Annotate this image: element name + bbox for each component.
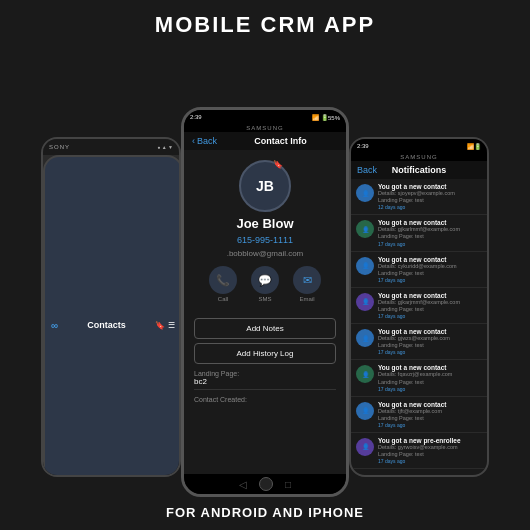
list-item[interactable]: 👤 You got a new contact Details: gjkarlm…: [351, 215, 487, 251]
notif-detail: Details: cykuridd@example.comLanding Pag…: [378, 263, 482, 277]
right-status-icons: 📶🔋: [467, 143, 481, 150]
bookmark-header-icon[interactable]: 🔖: [155, 321, 165, 330]
notif-title: You got a new contact: [378, 256, 482, 263]
contact-initials: JB: [256, 178, 274, 194]
app-title: MOBILE CRM APP: [155, 12, 375, 37]
notif-detail: Details: gyrwoisv@example.comLanding Pag…: [378, 444, 482, 458]
notif-avatar: 👤: [356, 365, 374, 383]
status-time: 2:39: [190, 114, 202, 120]
notif-content: You got a new contact Details: tjft@exam…: [378, 401, 482, 428]
field-section: Landing Page: bc2 Contact Created:: [184, 370, 346, 403]
landing-page-value: bc2: [194, 377, 336, 390]
notif-detail: Details: gjkarjmmf@example.comLanding Pa…: [378, 299, 482, 313]
menu-header-icon[interactable]: ☰: [168, 321, 175, 330]
notif-content: You got a new contact Details: sjoyepv@e…: [378, 183, 482, 210]
notif-avatar: 👤: [356, 257, 374, 275]
list-item[interactable]: 👤 You got a new contact Details: sjoyepv…: [351, 179, 487, 215]
notif-avatar: 👤: [356, 293, 374, 311]
sony-logo: SONY: [49, 144, 70, 150]
email-button[interactable]: ✉ Email: [293, 266, 321, 302]
notif-detail: Details: gjkarlmmf@example.comLanding Pa…: [378, 226, 482, 240]
notif-detail: Details: tjft@example.comLanding Page: t…: [378, 408, 482, 422]
list-item[interactable]: 👤 You got a new contact Details: cykurid…: [351, 252, 487, 288]
email-icon: ✉: [293, 266, 321, 294]
center-samsung-brand: SAMSUNG: [184, 124, 346, 132]
add-history-button[interactable]: Add History Log: [194, 343, 336, 364]
left-app-title: Contacts: [87, 320, 126, 330]
center-actions: Add Notes Add History Log: [184, 318, 346, 364]
call-icon: 📞: [209, 266, 237, 294]
list-item[interactable]: 👤 You got a new contact Details: gjkarjm…: [351, 288, 487, 324]
call-button[interactable]: 📞 Call: [209, 266, 237, 302]
notif-time: 17 days ago: [378, 422, 482, 428]
notif-content: You got a new contact Details: gjkarlmmf…: [378, 219, 482, 246]
phone-center: 2:39 📶 🔋55% SAMSUNG ‹ Back Contact Info …: [181, 107, 349, 497]
sms-icon: 💬: [251, 266, 279, 294]
notification-list: 👤 You got a new contact Details: sjoyepv…: [351, 179, 487, 469]
contact-email: .bobblow@gmail.com: [227, 249, 304, 258]
center-status-bar: 2:39 📶 🔋55%: [184, 110, 346, 124]
notif-title: You got a new contact: [378, 328, 482, 335]
right-samsung-brand: SAMSUNG: [351, 153, 487, 161]
notif-avatar: 👤: [356, 184, 374, 202]
right-nav-title: Notifications: [377, 165, 461, 175]
notif-avatar: 👤: [356, 402, 374, 420]
center-home-bar: ◁ □: [184, 474, 346, 494]
list-item[interactable]: 👤 You got a new contact Details: tjft@ex…: [351, 397, 487, 433]
action-buttons: 📞 Call 💬 SMS ✉ Email: [209, 266, 321, 302]
left-status-icons: ● ▲ ▼: [157, 144, 173, 150]
notif-detail: Details: gjwzs@example.comLanding Page: …: [378, 335, 482, 349]
right-back-button[interactable]: Back: [357, 165, 377, 175]
right-status-time: 2:39: [357, 143, 369, 149]
notif-title: You got a new pre-enrollee: [378, 437, 482, 444]
contact-big-avatar: JB 🔖: [239, 160, 291, 212]
notif-avatar: 👤: [356, 329, 374, 347]
sms-label: SMS: [258, 296, 271, 302]
left-header-icons: 🔖 ☰: [155, 321, 175, 330]
contact-phone: 615-995-1111: [237, 235, 293, 245]
bookmark-icon: 🔖: [273, 160, 283, 169]
phones-container: SONY ● ▲ ▼ ∞ Contacts 🔖 ☰ search contact…: [0, 46, 530, 497]
list-item[interactable]: 👤 You got a new contact Details: fqavzrj…: [351, 360, 487, 396]
notif-content: You got a new contact Details: gjkarjmmf…: [378, 292, 482, 319]
left-top-bar: SONY ● ▲ ▼: [43, 139, 179, 155]
notif-content: You got a new pre-enrollee Details: gyrw…: [378, 437, 482, 464]
footer-label: FOR ANDROID AND IPHONE: [166, 505, 364, 520]
notif-title: You got a new contact: [378, 364, 482, 371]
notif-time: 17 days ago: [378, 386, 482, 392]
phone-left: SONY ● ▲ ▼ ∞ Contacts 🔖 ☰ search contact…: [41, 137, 181, 477]
notif-detail: Details: sjoyepv@example.comLanding Page…: [378, 190, 482, 204]
add-notes-button[interactable]: Add Notes: [194, 318, 336, 339]
center-nav-bar: ‹ Back Contact Info: [184, 132, 346, 150]
right-nav-bar: Back Notifications: [351, 161, 487, 179]
notif-time: 17 days ago: [378, 241, 482, 247]
left-app-header: ∞ Contacts 🔖 ☰: [43, 155, 181, 477]
notif-time: 17 days ago: [378, 349, 482, 355]
notif-time: 12 days ago: [378, 204, 482, 210]
notif-title: You got a new contact: [378, 183, 482, 190]
sms-button[interactable]: 💬 SMS: [251, 266, 279, 302]
app-header: MOBILE CRM APP: [0, 0, 530, 46]
right-status-bar: 2:39 📶🔋: [351, 139, 487, 153]
notif-avatar: 👤: [356, 438, 374, 456]
notif-content: You got a new contact Details: fqavzrj@e…: [378, 364, 482, 391]
list-item[interactable]: 👤 You got a new contact Details: gjwzs@e…: [351, 324, 487, 360]
email-label: Email: [299, 296, 314, 302]
crm-logo-icon: ∞: [51, 320, 58, 331]
notif-title: You got a new contact: [378, 401, 482, 408]
back-nav-icon[interactable]: ◁: [239, 479, 247, 490]
notif-time: 17 days ago: [378, 313, 482, 319]
notif-title: You got a new contact: [378, 219, 482, 226]
call-label: Call: [218, 296, 228, 302]
back-button[interactable]: ‹ Back: [192, 136, 217, 146]
footer: FOR ANDROID AND IPHONE: [166, 497, 364, 530]
notif-detail: Details: fqavzrj@example.comLanding Page…: [378, 371, 482, 385]
center-status-icons: 📶 🔋55%: [312, 114, 340, 121]
landing-page-label: Landing Page:: [194, 370, 336, 377]
list-item[interactable]: 👤 You got a new pre-enrollee Details: gy…: [351, 433, 487, 469]
recent-nav-icon[interactable]: □: [285, 479, 291, 490]
notif-time: 17 days ago: [378, 277, 482, 283]
home-button[interactable]: [259, 477, 273, 491]
notif-title: You got a new contact: [378, 292, 482, 299]
notif-avatar: 👤: [356, 220, 374, 238]
